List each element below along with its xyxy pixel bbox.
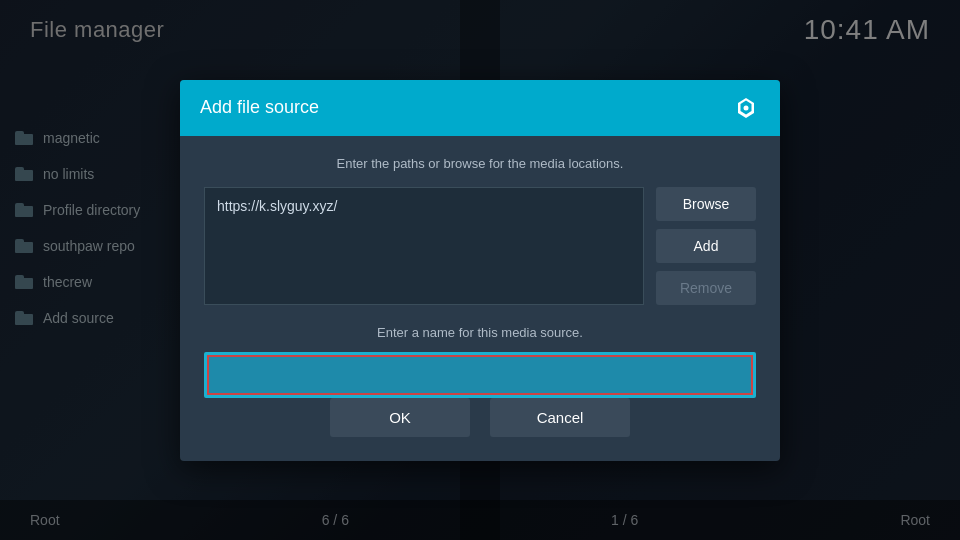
name-input-wrapper [204,352,756,398]
source-area: https://k.slyguy.xyz/ Browse Add Remove [204,187,756,305]
dialog-header: Add file source [180,80,780,136]
source-buttons: Browse Add Remove [656,187,756,305]
dialog-title: Add file source [200,97,319,118]
svg-point-0 [744,105,749,110]
browse-button[interactable]: Browse [656,187,756,221]
ok-button[interactable]: OK [330,398,470,437]
name-description: Enter a name for this media source. [204,325,756,340]
add-button[interactable]: Add [656,229,756,263]
add-file-source-dialog: Add file source Enter the paths or brows… [180,80,780,461]
cancel-button[interactable]: Cancel [490,398,630,437]
path-item: https://k.slyguy.xyz/ [217,198,631,214]
dialog-body: Enter the paths or browse for the media … [180,136,780,461]
path-description: Enter the paths or browse for the media … [204,156,756,171]
dialog-footer: OK Cancel [204,398,756,437]
path-list[interactable]: https://k.slyguy.xyz/ [204,187,644,305]
dialog-overlay: Add file source Enter the paths or brows… [0,0,960,540]
name-input[interactable] [207,355,753,395]
kodi-logo-icon [732,94,760,122]
remove-button[interactable]: Remove [656,271,756,305]
